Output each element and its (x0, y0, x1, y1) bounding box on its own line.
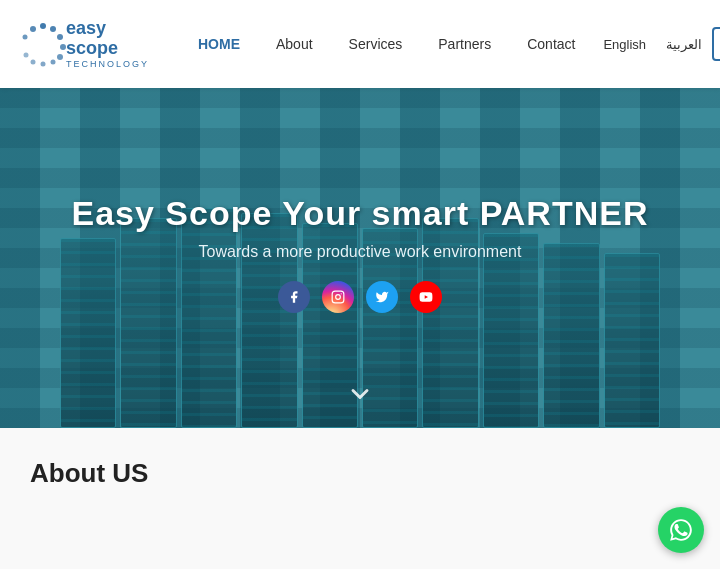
svg-point-15 (341, 293, 342, 294)
scroll-down-indicator[interactable] (346, 380, 374, 414)
about-title: About US (30, 458, 690, 489)
logo-text: easy scope TECHNOLOGY (66, 19, 160, 69)
hero-section: Easy Scope Your smart PARTNER Towards a … (0, 88, 720, 428)
svg-point-14 (336, 294, 341, 299)
about-section: About US (0, 428, 720, 569)
svg-point-7 (31, 60, 36, 65)
youtube-icon[interactable] (410, 281, 442, 313)
nav-partners[interactable]: Partners (420, 36, 509, 52)
svg-point-6 (41, 62, 46, 67)
svg-point-4 (57, 54, 63, 60)
svg-point-1 (50, 26, 56, 32)
logo-main-text: easy scope (66, 19, 160, 59)
estore-button[interactable]: eStore (712, 27, 720, 61)
nav-arabic[interactable]: العربية (656, 37, 712, 52)
svg-point-9 (30, 26, 36, 32)
nav-home[interactable]: HOME (180, 36, 258, 52)
nav-contact[interactable]: Contact (509, 36, 593, 52)
logo: easy scope TECHNOLOGY (0, 19, 160, 69)
hero-subtitle: Towards a more productive work environme… (72, 243, 649, 261)
svg-rect-13 (332, 291, 344, 303)
navbar: easy scope TECHNOLOGY HOME About Service… (0, 0, 720, 88)
logo-sub-text: TECHNOLOGY (66, 59, 160, 69)
social-icons-group (72, 281, 649, 313)
twitter-icon[interactable] (366, 281, 398, 313)
svg-point-8 (24, 53, 29, 58)
logo-icon (20, 21, 66, 67)
facebook-icon[interactable] (278, 281, 310, 313)
nav-services[interactable]: Services (331, 36, 421, 52)
nav-english[interactable]: English (593, 37, 656, 52)
whatsapp-icon (668, 517, 694, 543)
nav-links: HOME About Services Partners Contact Eng… (180, 36, 712, 52)
instagram-icon[interactable] (322, 281, 354, 313)
nav-about[interactable]: About (258, 36, 331, 52)
hero-content: Easy Scope Your smart PARTNER Towards a … (52, 174, 669, 343)
whatsapp-button[interactable] (658, 507, 704, 553)
svg-point-0 (40, 23, 46, 29)
svg-point-2 (57, 34, 63, 40)
svg-point-5 (51, 60, 56, 65)
hero-title: Easy Scope Your smart PARTNER (72, 194, 649, 233)
svg-point-10 (23, 35, 28, 40)
